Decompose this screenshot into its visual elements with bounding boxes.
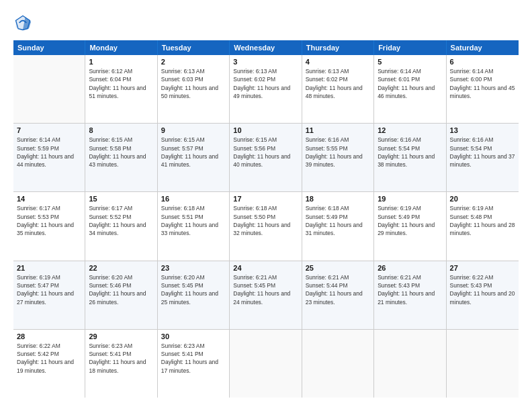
day-number: 23	[161, 264, 226, 272]
day-info: Sunrise: 6:18 AM Sunset: 5:50 PM Dayligh…	[233, 204, 298, 237]
calendar-day-1: 1Sunrise: 6:12 AM Sunset: 6:04 PM Daylig…	[85, 55, 157, 123]
calendar-day-19: 19Sunrise: 6:19 AM Sunset: 5:49 PM Dayli…	[374, 192, 446, 260]
day-number: 9	[161, 126, 226, 134]
day-info: Sunrise: 6:19 AM Sunset: 5:49 PM Dayligh…	[378, 204, 442, 237]
calendar-day-16: 16Sunrise: 6:18 AM Sunset: 5:51 PM Dayli…	[158, 192, 230, 260]
calendar-day-21: 21Sunrise: 6:19 AM Sunset: 5:47 PM Dayli…	[13, 261, 85, 329]
page: SundayMondayTuesdayWednesdayThursdayFrid…	[0, 0, 532, 411]
day-info: Sunrise: 6:20 AM Sunset: 5:45 PM Dayligh…	[161, 273, 226, 306]
day-info: Sunrise: 6:22 AM Sunset: 5:42 PM Dayligh…	[17, 342, 81, 375]
calendar-day-12: 12Sunrise: 6:16 AM Sunset: 5:54 PM Dayli…	[374, 124, 446, 191]
calendar-day-2: 2Sunrise: 6:13 AM Sunset: 6:03 PM Daylig…	[158, 55, 230, 123]
calendar-day-23: 23Sunrise: 6:20 AM Sunset: 5:45 PM Dayli…	[158, 261, 230, 329]
calendar-body: 1Sunrise: 6:12 AM Sunset: 6:04 PM Daylig…	[13, 55, 519, 398]
day-info: Sunrise: 6:15 AM Sunset: 5:57 PM Dayligh…	[161, 136, 226, 169]
day-info: Sunrise: 6:15 AM Sunset: 5:56 PM Dayligh…	[233, 136, 298, 169]
day-number: 27	[450, 264, 515, 272]
calendar-day-25: 25Sunrise: 6:21 AM Sunset: 5:44 PM Dayli…	[302, 261, 374, 329]
calendar-empty-cell	[374, 330, 446, 398]
day-info: Sunrise: 6:14 AM Sunset: 6:01 PM Dayligh…	[378, 67, 442, 100]
calendar-day-10: 10Sunrise: 6:15 AM Sunset: 5:56 PM Dayli…	[230, 124, 302, 191]
day-number: 5	[378, 58, 442, 66]
calendar-day-11: 11Sunrise: 6:16 AM Sunset: 5:55 PM Dayli…	[302, 124, 374, 191]
weekday-header-saturday: Saturday	[447, 40, 519, 55]
day-info: Sunrise: 6:16 AM Sunset: 5:54 PM Dayligh…	[450, 136, 515, 169]
calendar-row-2: 7Sunrise: 6:14 AM Sunset: 5:59 PM Daylig…	[13, 124, 519, 192]
calendar-day-24: 24Sunrise: 6:21 AM Sunset: 5:45 PM Dayli…	[230, 261, 302, 329]
day-number: 20	[450, 195, 515, 203]
weekday-header-sunday: Sunday	[13, 40, 85, 55]
calendar-day-28: 28Sunrise: 6:22 AM Sunset: 5:42 PM Dayli…	[13, 330, 85, 398]
day-number: 22	[89, 264, 153, 272]
day-number: 30	[161, 332, 226, 340]
day-number: 26	[378, 264, 442, 272]
calendar-day-29: 29Sunrise: 6:23 AM Sunset: 5:41 PM Dayli…	[85, 330, 157, 398]
calendar-day-5: 5Sunrise: 6:14 AM Sunset: 6:01 PM Daylig…	[374, 55, 446, 123]
calendar-day-18: 18Sunrise: 6:18 AM Sunset: 5:49 PM Dayli…	[302, 192, 374, 260]
calendar-empty-cell	[13, 55, 85, 123]
calendar-day-14: 14Sunrise: 6:17 AM Sunset: 5:53 PM Dayli…	[13, 192, 85, 260]
day-info: Sunrise: 6:13 AM Sunset: 6:03 PM Dayligh…	[161, 67, 226, 100]
day-info: Sunrise: 6:22 AM Sunset: 5:43 PM Dayligh…	[450, 273, 515, 306]
day-number: 8	[89, 126, 153, 134]
day-info: Sunrise: 6:12 AM Sunset: 6:04 PM Dayligh…	[89, 67, 153, 100]
weekday-header-friday: Friday	[374, 40, 446, 55]
day-info: Sunrise: 6:13 AM Sunset: 6:02 PM Dayligh…	[233, 67, 298, 100]
day-number: 21	[17, 264, 81, 272]
day-number: 15	[89, 195, 153, 203]
calendar-day-3: 3Sunrise: 6:13 AM Sunset: 6:02 PM Daylig…	[230, 55, 302, 123]
calendar-header: SundayMondayTuesdayWednesdayThursdayFrid…	[13, 40, 519, 55]
calendar-empty-cell	[230, 330, 302, 398]
logo-icon	[13, 13, 32, 32]
day-info: Sunrise: 6:16 AM Sunset: 5:55 PM Dayligh…	[306, 136, 370, 169]
day-number: 25	[306, 264, 370, 272]
day-info: Sunrise: 6:14 AM Sunset: 6:00 PM Dayligh…	[450, 67, 515, 100]
day-info: Sunrise: 6:16 AM Sunset: 5:54 PM Dayligh…	[378, 136, 442, 169]
day-info: Sunrise: 6:20 AM Sunset: 5:46 PM Dayligh…	[89, 273, 153, 306]
day-number: 7	[17, 126, 81, 134]
weekday-header-thursday: Thursday	[302, 40, 374, 55]
day-info: Sunrise: 6:17 AM Sunset: 5:53 PM Dayligh…	[17, 204, 81, 237]
day-info: Sunrise: 6:23 AM Sunset: 5:41 PM Dayligh…	[161, 342, 226, 375]
calendar-day-30: 30Sunrise: 6:23 AM Sunset: 5:41 PM Dayli…	[158, 330, 230, 398]
weekday-header-wednesday: Wednesday	[230, 40, 302, 55]
calendar-day-20: 20Sunrise: 6:19 AM Sunset: 5:48 PM Dayli…	[447, 192, 519, 260]
day-number: 10	[233, 126, 298, 134]
day-number: 1	[89, 58, 153, 66]
calendar-day-8: 8Sunrise: 6:15 AM Sunset: 5:58 PM Daylig…	[85, 124, 157, 191]
day-number: 2	[161, 58, 226, 66]
calendar-day-27: 27Sunrise: 6:22 AM Sunset: 5:43 PM Dayli…	[447, 261, 519, 329]
calendar-day-9: 9Sunrise: 6:15 AM Sunset: 5:57 PM Daylig…	[158, 124, 230, 191]
calendar-empty-cell	[447, 330, 519, 398]
day-number: 12	[378, 126, 442, 134]
calendar-day-26: 26Sunrise: 6:21 AM Sunset: 5:43 PM Dayli…	[374, 261, 446, 329]
calendar-day-6: 6Sunrise: 6:14 AM Sunset: 6:00 PM Daylig…	[447, 55, 519, 123]
day-info: Sunrise: 6:14 AM Sunset: 5:59 PM Dayligh…	[17, 136, 81, 169]
day-info: Sunrise: 6:23 AM Sunset: 5:41 PM Dayligh…	[89, 342, 153, 375]
calendar-day-15: 15Sunrise: 6:17 AM Sunset: 5:52 PM Dayli…	[85, 192, 157, 260]
calendar-day-4: 4Sunrise: 6:13 AM Sunset: 6:02 PM Daylig…	[302, 55, 374, 123]
calendar-day-17: 17Sunrise: 6:18 AM Sunset: 5:50 PM Dayli…	[230, 192, 302, 260]
day-info: Sunrise: 6:19 AM Sunset: 5:47 PM Dayligh…	[17, 273, 81, 306]
day-number: 14	[17, 195, 81, 203]
calendar-day-22: 22Sunrise: 6:20 AM Sunset: 5:46 PM Dayli…	[85, 261, 157, 329]
day-info: Sunrise: 6:18 AM Sunset: 5:49 PM Dayligh…	[306, 204, 370, 237]
day-number: 4	[306, 58, 370, 66]
calendar-row-5: 28Sunrise: 6:22 AM Sunset: 5:42 PM Dayli…	[13, 330, 519, 398]
calendar-row-1: 1Sunrise: 6:12 AM Sunset: 6:04 PM Daylig…	[13, 55, 519, 124]
day-number: 29	[89, 332, 153, 340]
day-number: 16	[161, 195, 226, 203]
day-info: Sunrise: 6:18 AM Sunset: 5:51 PM Dayligh…	[161, 204, 226, 237]
day-number: 18	[306, 195, 370, 203]
calendar-row-3: 14Sunrise: 6:17 AM Sunset: 5:53 PM Dayli…	[13, 192, 519, 261]
day-info: Sunrise: 6:13 AM Sunset: 6:02 PM Dayligh…	[306, 67, 370, 100]
day-number: 11	[306, 126, 370, 134]
day-info: Sunrise: 6:21 AM Sunset: 5:44 PM Dayligh…	[306, 273, 370, 306]
calendar-empty-cell	[302, 330, 374, 398]
day-info: Sunrise: 6:19 AM Sunset: 5:48 PM Dayligh…	[450, 204, 515, 237]
day-number: 17	[233, 195, 298, 203]
day-number: 13	[450, 126, 515, 134]
day-number: 6	[450, 58, 515, 66]
calendar-day-7: 7Sunrise: 6:14 AM Sunset: 5:59 PM Daylig…	[13, 124, 85, 191]
day-number: 28	[17, 332, 81, 340]
